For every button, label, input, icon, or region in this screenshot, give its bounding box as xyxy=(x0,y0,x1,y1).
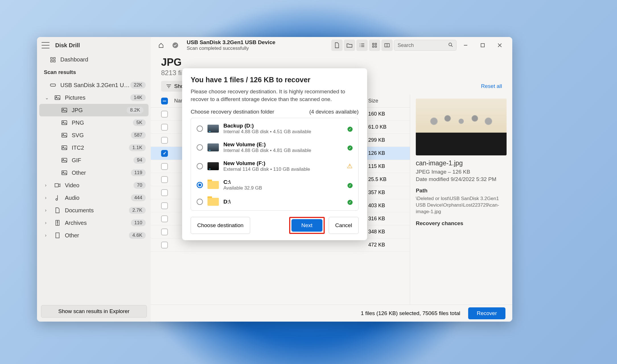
sidebar-item-itc2[interactable]: ITC21.1K xyxy=(37,141,151,154)
modal-title: You have 1 files / 126 KB to recover xyxy=(191,76,359,84)
destination-radio[interactable] xyxy=(197,144,203,151)
row-checkbox[interactable] xyxy=(161,242,168,248)
sidebar-footer: Show scan results in Explorer xyxy=(37,302,151,322)
row-checkbox[interactable] xyxy=(161,176,168,183)
close-button[interactable] xyxy=(492,40,508,51)
device-subtitle: Scan completed successfully xyxy=(187,46,275,51)
row-size: 348 KB xyxy=(365,229,400,235)
device-title: USB SanDisk 3.2Gen1 USB Device xyxy=(187,39,275,46)
row-checkbox[interactable] xyxy=(161,202,168,209)
video-icon xyxy=(53,183,62,187)
cancel-button[interactable]: Cancel xyxy=(329,217,359,234)
chevron-down-icon: ⌄ xyxy=(45,95,49,100)
check-badge-icon xyxy=(170,40,181,51)
detail-recovery-label: Recovery chances xyxy=(416,220,507,227)
sidebar-item-jpg[interactable]: JPG8.2K xyxy=(39,104,149,116)
destination-radio[interactable] xyxy=(197,199,203,205)
row-size: 472 KB xyxy=(365,242,400,248)
next-button[interactable]: Next xyxy=(291,219,322,232)
recover-button[interactable]: Recover xyxy=(468,307,505,319)
destination-list: Backup (D:)Internal 4.88 GB disk • 4.51 … xyxy=(191,118,359,211)
row-size: 25.5 KB xyxy=(365,176,400,182)
svg-rect-17 xyxy=(62,171,67,175)
col-size[interactable]: Size xyxy=(365,98,400,104)
svg-rect-2 xyxy=(51,60,52,62)
app-window: Disk Drill Dashboard Scan results USB Sa… xyxy=(37,37,512,322)
sidebar-nav: Dashboard Scan results USB SanDisk 3.2Ge… xyxy=(37,54,151,302)
sidebar-group-documents[interactable]: ›Documents2.7K xyxy=(37,204,151,217)
maximize-button[interactable] xyxy=(475,40,491,51)
list-icon[interactable] xyxy=(356,40,368,51)
other-icon xyxy=(53,233,62,238)
sidebar: Disk Drill Dashboard Scan results USB Sa… xyxy=(37,37,151,322)
row-checkbox[interactable] xyxy=(161,215,168,222)
destination-radio[interactable] xyxy=(197,182,203,188)
choose-destination-button[interactable]: Choose destination xyxy=(191,217,250,234)
folder-icon[interactable] xyxy=(344,40,355,51)
sidebar-device[interactable]: USB SanDisk 3.2Gen1 U… 22K xyxy=(37,79,151,91)
row-checkbox[interactable] xyxy=(161,111,168,118)
image-icon xyxy=(60,133,69,137)
svg-point-29 xyxy=(449,43,452,46)
destination-item[interactable]: New Volume (F:)External 114 GB disk • 11… xyxy=(191,157,358,176)
row-checkbox[interactable] xyxy=(161,189,168,196)
sidebar-group-other[interactable]: ›Other4.6K xyxy=(37,229,151,242)
row-size: 357 KB xyxy=(365,190,400,196)
svg-rect-1 xyxy=(54,57,55,59)
row-checkbox[interactable] xyxy=(161,163,168,170)
image-icon xyxy=(60,108,69,112)
main-footer: 1 files (126 KB) selected, 75065 files t… xyxy=(151,305,512,322)
row-size: 403 KB xyxy=(365,203,400,209)
sidebar-item-png[interactable]: PNG5K xyxy=(37,116,151,129)
row-checkbox[interactable] xyxy=(161,137,168,144)
row-size: 126 KB xyxy=(365,150,400,156)
svg-rect-19 xyxy=(55,184,58,187)
sidebar-item-other[interactable]: Other119 xyxy=(37,166,151,179)
destination-item[interactable]: New Volume (E:)Internal 4.88 GB disk • 4… xyxy=(191,138,358,157)
home-icon[interactable] xyxy=(155,40,167,51)
disk-icon xyxy=(207,125,219,133)
destination-radio[interactable] xyxy=(197,163,203,169)
destination-item[interactable]: Backup (D:)Internal 4.88 GB disk • 4.51 … xyxy=(191,119,358,138)
sidebar-group-archives[interactable]: ›Archives110 xyxy=(37,217,151,229)
sidebar-section-title: Scan results xyxy=(37,66,151,79)
search-input[interactable]: Search xyxy=(394,40,456,51)
image-icon xyxy=(60,120,69,125)
device-icon xyxy=(48,83,57,87)
svg-rect-15 xyxy=(62,158,67,162)
row-checkbox[interactable] xyxy=(161,150,168,157)
detail-filetype: JPEG Image – 126 KB xyxy=(416,169,507,175)
svg-rect-3 xyxy=(54,60,55,62)
sidebar-item-svg[interactable]: SVG587 xyxy=(37,129,151,141)
grid-view-icon[interactable] xyxy=(369,40,380,51)
modal-choose-label: Choose recovery destination folder xyxy=(191,109,274,115)
grid-icon xyxy=(48,57,57,62)
status-warn-icon: ⚠ xyxy=(347,163,353,170)
sidebar-header: Disk Drill xyxy=(37,37,151,54)
sidebar-group-audio[interactable]: ›Audio444 xyxy=(37,192,151,204)
minimize-button[interactable] xyxy=(458,40,474,51)
reset-all-link[interactable]: Reset all xyxy=(481,83,502,89)
row-size: 160 KB xyxy=(365,111,400,117)
row-size: 115 KB xyxy=(365,163,400,169)
chevron-right-icon: › xyxy=(45,183,46,188)
sidebar-dashboard[interactable]: Dashboard xyxy=(37,54,151,66)
sidebar-pictures[interactable]: ⌄ Pictures 14K xyxy=(37,91,151,104)
main-header: USB SanDisk 3.2Gen1 USB Device Scan comp… xyxy=(151,37,512,54)
detail-path: \Deleted or lost\USB SanDisk 3.2Gen1 USB… xyxy=(416,196,507,215)
destination-radio[interactable] xyxy=(197,126,203,132)
sidebar-group-video[interactable]: ›Video70 xyxy=(37,179,151,192)
chevron-right-icon: › xyxy=(45,195,46,200)
destination-item[interactable]: D:\✓ xyxy=(191,194,358,209)
row-checkbox[interactable] xyxy=(161,124,168,131)
file-icon[interactable] xyxy=(331,40,343,51)
split-view-icon[interactable] xyxy=(381,40,393,51)
menu-icon[interactable] xyxy=(42,42,50,48)
destination-item[interactable]: C:\Available 32.9 GB✓ xyxy=(191,176,358,194)
row-checkbox[interactable] xyxy=(161,229,168,235)
sidebar-item-gif[interactable]: GIF94 xyxy=(37,154,151,166)
show-in-explorer-button[interactable]: Show scan results in Explorer xyxy=(41,305,147,318)
image-icon xyxy=(60,170,69,175)
select-all-checkbox[interactable] xyxy=(161,98,168,104)
table-row[interactable]: 472 KB xyxy=(151,238,410,252)
